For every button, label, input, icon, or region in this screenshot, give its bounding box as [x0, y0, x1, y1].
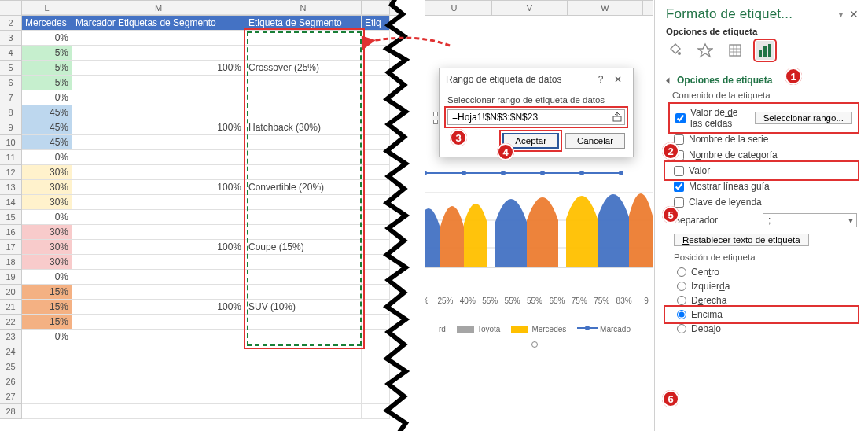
mostrar-guia-checkbox[interactable] — [674, 182, 684, 192]
valor-checkbox[interactable] — [674, 166, 684, 176]
cell[interactable] — [72, 344, 245, 359]
col-N-header[interactable]: N — [245, 1, 362, 15]
cell[interactable] — [72, 105, 245, 120]
cell[interactable]: 100% — [72, 240, 245, 255]
row-header[interactable]: 26 — [0, 374, 22, 389]
cell[interactable] — [72, 165, 245, 180]
cell[interactable] — [362, 210, 390, 225]
cell[interactable] — [72, 359, 245, 374]
row-header[interactable]: 21 — [0, 300, 22, 315]
pane-close-icon[interactable]: ✕ — [849, 8, 859, 20]
cell[interactable] — [22, 344, 72, 359]
cell[interactable]: Crossover (25%) — [245, 61, 362, 76]
cell[interactable]: 0% — [22, 210, 72, 225]
cell[interactable] — [22, 404, 72, 419]
row-header[interactable]: 12 — [0, 165, 22, 180]
cell[interactable]: Convertible (20%) — [245, 180, 362, 195]
cell[interactable] — [245, 31, 362, 46]
cell[interactable] — [245, 389, 362, 404]
row-header[interactable]: 25 — [0, 359, 22, 374]
pos-izquierda-radio[interactable] — [677, 282, 686, 291]
cell[interactable] — [245, 285, 362, 300]
cell[interactable] — [362, 180, 390, 195]
cell[interactable]: 5% — [22, 61, 72, 76]
cell[interactable] — [362, 195, 390, 210]
cell[interactable] — [362, 225, 390, 240]
cell[interactable]: 45% — [22, 105, 72, 120]
cell[interactable] — [245, 225, 362, 240]
row-header[interactable]: 28 — [0, 404, 22, 419]
label-options-tab-icon[interactable] — [756, 41, 774, 60]
row-header[interactable]: 6 — [0, 76, 22, 90]
cell[interactable] — [362, 255, 390, 270]
cell[interactable] — [362, 46, 390, 61]
dialog-resize-handle[interactable] — [433, 112, 438, 116]
cell[interactable] — [72, 285, 245, 300]
cell[interactable] — [245, 46, 362, 61]
cell[interactable]: 15% — [22, 285, 72, 300]
cell[interactable] — [245, 330, 362, 344]
cell[interactable] — [362, 165, 390, 180]
pos-derecha-radio[interactable] — [677, 296, 686, 305]
range-input[interactable] — [448, 110, 609, 124]
cell[interactable]: 100% — [72, 300, 245, 315]
cell[interactable]: 0% — [22, 150, 72, 165]
row-header[interactable]: 8 — [0, 105, 22, 120]
cell[interactable]: 45% — [22, 135, 72, 150]
cell[interactable] — [245, 90, 362, 105]
cell[interactable]: 100% — [72, 120, 245, 135]
reset-label-text-button[interactable]: Restablecer texto de etiqueta — [674, 234, 809, 246]
cell[interactable]: 100% — [72, 61, 245, 76]
cell[interactable] — [362, 389, 390, 404]
cell[interactable] — [72, 150, 245, 165]
dialog-close-icon[interactable]: ✕ — [609, 71, 627, 88]
cell[interactable] — [362, 404, 390, 419]
cell[interactable]: 0% — [22, 31, 72, 46]
cell[interactable] — [362, 31, 390, 46]
cell[interactable] — [245, 315, 362, 330]
col-ext-header[interactable] — [362, 1, 390, 15]
cell[interactable] — [72, 330, 245, 344]
row-header[interactable]: 14 — [0, 195, 22, 210]
cell[interactable] — [245, 195, 362, 210]
pos-debajo-radio[interactable] — [677, 324, 686, 333]
section-title[interactable]: Opciones de etiqueta — [666, 75, 857, 86]
cell[interactable]: 0% — [22, 330, 72, 344]
cell[interactable] — [362, 150, 390, 165]
cell[interactable] — [245, 344, 362, 359]
row-header[interactable]: 22 — [0, 315, 22, 330]
cell[interactable] — [362, 315, 390, 330]
nombre-serie-checkbox[interactable] — [674, 134, 684, 145]
pos-encima-radio[interactable] — [677, 310, 686, 319]
cell[interactable] — [245, 374, 362, 389]
cell[interactable] — [72, 31, 245, 46]
cell[interactable] — [362, 61, 390, 76]
cell[interactable] — [72, 374, 245, 389]
cell[interactable]: Hatchback (30%) — [245, 120, 362, 135]
fill-outline-tab-icon[interactable] — [666, 41, 685, 60]
range-picker-icon[interactable] — [609, 110, 624, 124]
row-header[interactable]: 18 — [0, 255, 22, 270]
cell[interactable] — [72, 135, 245, 150]
cell[interactable] — [362, 135, 390, 150]
cell[interactable] — [362, 240, 390, 255]
cell[interactable] — [362, 344, 390, 359]
cell[interactable]: 15% — [22, 315, 72, 330]
cell[interactable] — [22, 389, 72, 404]
cell[interactable]: 0% — [22, 270, 72, 285]
cell[interactable] — [72, 225, 245, 240]
cell[interactable]: 30% — [22, 255, 72, 270]
cell[interactable]: 5% — [22, 46, 72, 61]
cell[interactable] — [362, 330, 390, 344]
cell[interactable] — [245, 76, 362, 90]
cell[interactable] — [362, 120, 390, 135]
row-header[interactable]: 11 — [0, 150, 22, 165]
cell[interactable]: 100% — [72, 180, 245, 195]
cancel-button[interactable]: Cancelar — [565, 133, 625, 149]
cell[interactable]: 15% — [22, 300, 72, 315]
cell[interactable] — [362, 374, 390, 389]
row-header[interactable]: 10 — [0, 135, 22, 150]
cell[interactable] — [362, 359, 390, 374]
row-header[interactable]: 15 — [0, 210, 22, 225]
cell[interactable] — [245, 150, 362, 165]
